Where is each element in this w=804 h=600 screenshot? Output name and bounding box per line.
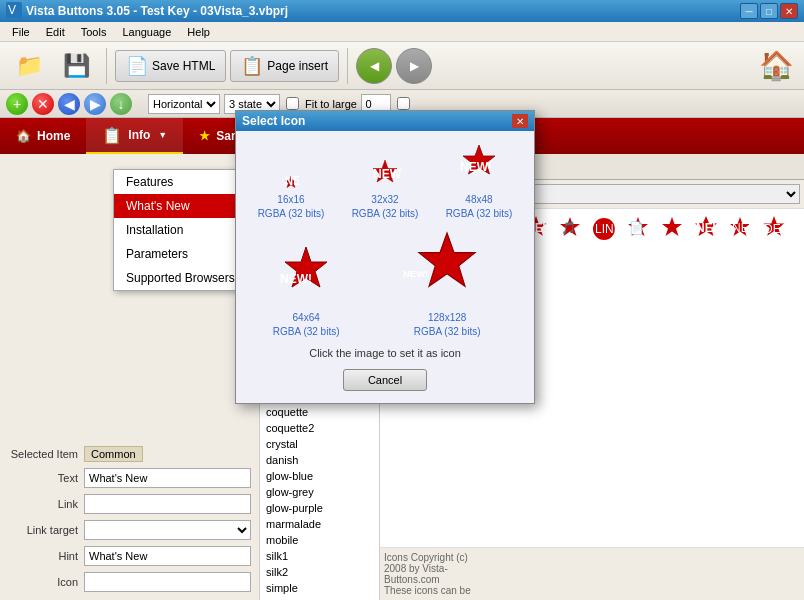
text-row: Text — [8, 468, 251, 488]
icon-list-item[interactable]: coquette — [260, 404, 379, 420]
link-target-label: Link target — [8, 524, 78, 536]
separator — [106, 48, 107, 84]
icon-preview-grid-2: NEW! 64x64 RGBA (32 bits) NEW! 128x128 R… — [248, 229, 522, 337]
icon-list-item[interactable]: coquette2 — [260, 420, 379, 436]
save-html-button[interactable]: 📄 Save HTML — [115, 50, 226, 82]
preview-32-label1: 32x32 — [371, 194, 398, 205]
extra-checkbox[interactable] — [397, 97, 410, 110]
close-button[interactable]: ✕ — [780, 3, 798, 19]
dialog-title: Select Icon — [242, 114, 305, 128]
forward-icon: ▶ — [410, 59, 419, 73]
svg-text:NEW!: NEW! — [696, 221, 720, 235]
fit-to-large-label: Fit to large — [305, 98, 357, 110]
selected-item-label: Selected Item — [8, 448, 78, 460]
text-input[interactable] — [84, 468, 251, 488]
icon-list-item[interactable]: glow-grey — [260, 484, 379, 500]
icon-preview-64[interactable]: NEW! 64x64 RGBA (32 bits) — [273, 245, 340, 337]
open-button[interactable]: 📁 — [8, 49, 51, 83]
page-insert-label: Page insert — [267, 59, 328, 73]
link-input[interactable] — [84, 494, 251, 514]
icon-grid-item[interactable] — [656, 213, 688, 245]
nav-home-label: Home — [37, 129, 70, 143]
icon-list-item[interactable]: marmalade — [260, 516, 379, 532]
hint-label: Hint — [8, 550, 78, 562]
icon-grid-item[interactable]: LINK — [588, 213, 620, 245]
info-arrow-icon: ▼ — [158, 130, 167, 140]
svg-marker-18 — [662, 217, 682, 236]
menu-language[interactable]: Language — [114, 24, 179, 40]
open-icon: 📁 — [16, 53, 43, 79]
save-button[interactable]: 💾 — [55, 49, 98, 83]
titlebar: V Vista Buttons 3.05 - Test Key - 03Vist… — [0, 0, 804, 22]
icon-grid-item[interactable]: NEW — [724, 213, 756, 245]
icon-list-item[interactable]: glow-purple — [260, 500, 379, 516]
window-controls: ─ □ ✕ — [740, 3, 798, 19]
text-label: Text — [8, 472, 78, 484]
icon-preview-32[interactable]: NEW! 32x32 RGBA (32 bits) — [352, 159, 419, 219]
maximize-button[interactable]: □ — [760, 3, 778, 19]
nav-info[interactable]: 📋 Info ▼ — [86, 118, 183, 154]
move-fwd-button[interactable]: ▶ — [84, 93, 106, 115]
selected-item-value: Common — [84, 446, 143, 462]
home-nav-icon: 🏠 — [16, 129, 31, 143]
nav-info-label: Info — [128, 128, 150, 142]
menu-file[interactable]: File — [4, 24, 38, 40]
nav-home[interactable]: 🏠 Home — [0, 118, 86, 154]
link-target-select[interactable] — [84, 520, 251, 540]
page-insert-button[interactable]: 📋 Page insert — [230, 50, 339, 82]
dialog-body: NEW! 16x16 RGBA (32 bits) NEW! 32x32 RGB… — [236, 131, 534, 403]
preview-64-label1: 64x64 — [293, 312, 320, 323]
icon-preview-16[interactable]: NEW! 16x16 RGBA (32 bits) — [258, 175, 325, 219]
minimize-button[interactable]: ─ — [740, 3, 758, 19]
separator2 — [347, 48, 348, 84]
icon-list-item[interactable]: crystal — [260, 436, 379, 452]
svg-text:LINK: LINK — [595, 222, 618, 236]
link-label: Link — [8, 498, 78, 510]
icon-copyright: Icons Copyright (c) 2008 by Vista- Butto… — [380, 547, 804, 600]
menu-help[interactable]: Help — [179, 24, 218, 40]
icon-list-item[interactable]: silk2 — [260, 564, 379, 580]
dialog-titlebar: Select Icon ✕ — [236, 111, 534, 131]
icon-grid-item[interactable]: DESIGN — [758, 213, 790, 245]
dialog-cancel-button[interactable]: Cancel — [343, 369, 427, 391]
icon-list-item[interactable]: square-black — [260, 596, 379, 600]
svg-text:NEW!: NEW! — [284, 175, 299, 188]
move-back-button[interactable]: ◀ — [58, 93, 80, 115]
icon-list-item[interactable]: danish — [260, 452, 379, 468]
icon-list-item[interactable]: glow-blue — [260, 468, 379, 484]
icon-input[interactable] — [84, 572, 251, 592]
icon-list-item[interactable]: simple — [260, 580, 379, 596]
orientation-select[interactable]: Horizontal Vertical — [148, 94, 220, 114]
add-button[interactable]: + — [6, 93, 28, 115]
info-nav-icon: 📋 — [102, 126, 122, 145]
svg-text:NEW!: NEW! — [280, 272, 312, 286]
svg-text:NEW!: NEW! — [403, 269, 428, 279]
menu-edit[interactable]: Edit — [38, 24, 73, 40]
download-button[interactable]: ↓ — [110, 93, 132, 115]
icon-list-item[interactable]: mobile — [260, 532, 379, 548]
dialog-close-button[interactable]: ✕ — [512, 114, 528, 128]
fit-to-large-checkbox[interactable] — [286, 97, 299, 110]
forward-button[interactable]: ▶ — [396, 48, 432, 84]
menu-tools[interactable]: Tools — [73, 24, 115, 40]
icon-preview-128[interactable]: NEW! 128x128 RGBA (32 bits) — [397, 229, 497, 337]
page-insert-icon: 📋 — [241, 55, 263, 77]
icon-preview-48[interactable]: NEW! 48x48 RGBA (32 bits) — [446, 143, 513, 219]
back-button[interactable]: ◀ — [356, 48, 392, 84]
icon-grid-item[interactable]: 📄 — [622, 213, 654, 245]
link-row: Link — [8, 494, 251, 514]
preview-48-label2: RGBA (32 bits) — [446, 208, 513, 219]
selected-item-row: Selected Item Common — [8, 446, 251, 462]
svg-text:NEW!: NEW! — [460, 160, 492, 174]
preview-128-label2: RGBA (32 bits) — [414, 326, 481, 337]
preview-48-label1: 48x48 — [465, 194, 492, 205]
icon-grid-item[interactable]: 🎵 — [554, 213, 586, 245]
icon-list-item[interactable]: silk1 — [260, 548, 379, 564]
hint-input[interactable] — [84, 546, 251, 566]
delete-button[interactable]: ✕ — [32, 93, 54, 115]
svg-text:NEW!: NEW! — [373, 167, 401, 181]
preview-16-label2: RGBA (32 bits) — [258, 208, 325, 219]
icon-grid-item[interactable]: NEW! — [690, 213, 722, 245]
home-button[interactable]: 🏠 — [756, 46, 796, 86]
app-icon: V — [6, 2, 22, 21]
